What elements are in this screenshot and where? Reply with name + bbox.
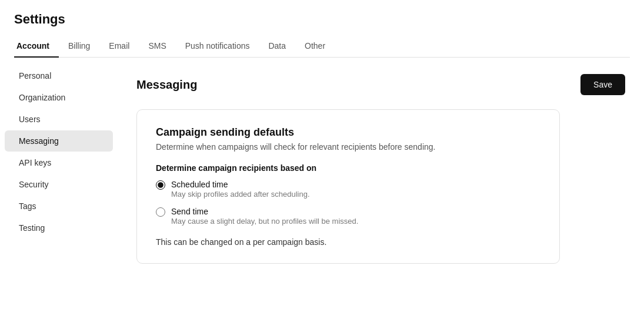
content-header: Messaging Save [136, 74, 625, 95]
sidebar-item-users[interactable]: Users [5, 109, 113, 130]
radio-option-send-time[interactable]: Send time May cause a slight delay, but … [156, 207, 540, 226]
radio-option-scheduled-time[interactable]: Scheduled time May skip profiles added a… [156, 180, 540, 199]
card-footer-note: This can be changed on a per campaign ba… [156, 237, 540, 247]
sidebar-item-personal[interactable]: Personal [5, 65, 113, 86]
radio-label-scheduled-time: Scheduled time [171, 180, 310, 189]
content-title: Messaging [136, 78, 197, 92]
section-label: Determine campaign recipients based on [156, 163, 540, 173]
sidebar-item-testing[interactable]: Testing [5, 217, 113, 238]
sidebar-item-messaging[interactable]: Messaging [5, 130, 113, 152]
top-nav-item-data[interactable]: Data [259, 35, 295, 58]
sidebar: PersonalOrganizationUsersMessagingAPI ke… [0, 58, 118, 326]
top-nav-item-sms[interactable]: SMS [139, 35, 175, 58]
radio-hint-scheduled-time: May skip profiles added after scheduling… [171, 190, 310, 199]
radio-scheduled-time[interactable] [156, 180, 165, 190]
top-nav-item-push-notifications[interactable]: Push notifications [176, 35, 259, 58]
top-nav-item-other[interactable]: Other [295, 35, 335, 58]
sidebar-item-api-keys[interactable]: API keys [5, 152, 113, 173]
top-nav: AccountBillingEmailSMSPush notifications… [14, 35, 630, 58]
sidebar-item-tags[interactable]: Tags [5, 196, 113, 217]
card-description: Determine when campaigns will check for … [156, 142, 540, 152]
content-area: Messaging Save Campaign sending defaults… [118, 58, 644, 326]
radio-label-send-time: Send time [171, 207, 358, 216]
top-nav-item-billing[interactable]: Billing [59, 35, 99, 58]
page-header: Settings AccountBillingEmailSMSPush noti… [0, 0, 644, 58]
radio-hint-send-time: May cause a slight delay, but no profile… [171, 217, 358, 226]
top-nav-item-email[interactable]: Email [99, 35, 139, 58]
radio-group: Scheduled time May skip profiles added a… [156, 180, 540, 226]
settings-card: Campaign sending defaults Determine when… [136, 109, 560, 264]
save-button[interactable]: Save [580, 74, 625, 95]
card-title: Campaign sending defaults [156, 126, 540, 139]
sidebar-item-security[interactable]: Security [5, 174, 113, 195]
main-layout: PersonalOrganizationUsersMessagingAPI ke… [0, 58, 644, 326]
page-title: Settings [14, 12, 630, 27]
radio-send-time[interactable] [156, 207, 165, 217]
top-nav-item-account[interactable]: Account [14, 35, 59, 58]
sidebar-item-organization[interactable]: Organization [5, 87, 113, 108]
